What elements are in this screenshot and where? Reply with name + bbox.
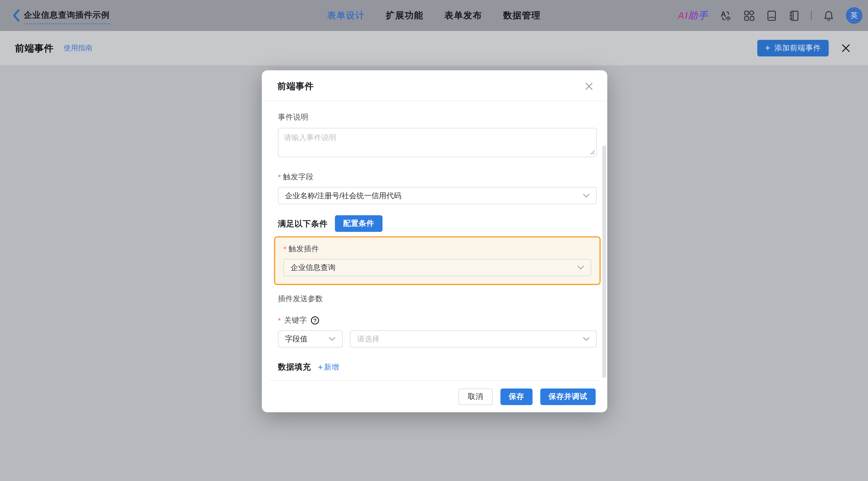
condition-text: 满足以下条件 [278, 218, 328, 229]
trigger-plugin-select[interactable]: 企业信息查询 [283, 259, 591, 276]
dialog-scrollbar-thumb[interactable] [602, 146, 606, 378]
keyword-type-value: 字段值 [285, 334, 324, 344]
top-navbar: 企业信息查询插件示例 表单设计 扩展功能 表单发布 数据管理 AI助手 A 中 [0, 0, 868, 31]
back-chevron-icon[interactable] [12, 9, 20, 22]
keyword-label: 关键字 [284, 315, 307, 325]
frontend-events-panel-header: 前端事件 使用指南 + 添加前端事件 [0, 31, 868, 65]
keyword-selects-row: 字段值 请选择 [278, 330, 597, 348]
condition-row: 满足以下条件 配置条件 [278, 215, 597, 232]
user-avatar[interactable]: 英 [846, 7, 863, 24]
trigger-field-value: 企业名称/注册号/社会统一信用代码 [285, 191, 579, 201]
data-fill-label: 数据填充 [278, 362, 311, 372]
cancel-button[interactable]: 取消 [458, 388, 493, 405]
dialog-title: 前端事件 [277, 81, 314, 93]
dialog-body: 事件说明 * 触发字段 企业名称/注册号/社会统一信用代码 满足以下条件 [262, 101, 607, 373]
svg-text:中: 中 [725, 15, 731, 21]
usage-guide-link[interactable]: 使用指南 [64, 43, 93, 53]
add-frontend-event-button[interactable]: + 添加前端事件 [757, 40, 829, 56]
book-icon[interactable] [767, 10, 777, 21]
event-desc-field [278, 128, 597, 159]
navbar-divider [811, 11, 812, 20]
chevron-down-icon [583, 337, 590, 341]
tab-form-design[interactable]: 表单设计 [327, 10, 365, 21]
keyword-value-placeholder: 请选择 [357, 334, 579, 344]
trigger-field-select[interactable]: 企业名称/注册号/社会统一信用代码 [278, 187, 597, 204]
required-mark: * [283, 245, 286, 253]
plugin-params-label: 插件发送参数 [278, 294, 597, 304]
apps-grid-icon[interactable] [744, 10, 754, 21]
dialog-close-icon[interactable] [585, 83, 593, 90]
svg-text:A: A [721, 10, 726, 18]
form-title[interactable]: 企业信息查询插件示例 [24, 10, 110, 24]
keyword-label-row: * 关键字 ? [278, 315, 597, 325]
save-button[interactable]: 保存 [500, 388, 533, 405]
chevron-down-icon [329, 337, 336, 341]
translate-icon[interactable]: A 中 [720, 10, 732, 21]
required-mark: * [278, 316, 281, 325]
bell-icon[interactable] [824, 10, 834, 21]
add-frontend-event-label: 添加前端事件 [774, 43, 821, 53]
trigger-plugin-highlight-box: * 触发插件 企业信息查询 [274, 236, 601, 285]
keyword-value-select[interactable]: 请选择 [350, 330, 597, 348]
dialog-footer: 取消 保存 保存并调试 [262, 381, 607, 412]
frontend-event-dialog: 前端事件 事件说明 * 触发字段 企业名称/注册号/社会统一信用代码 [262, 70, 607, 412]
help-icon[interactable]: ? [310, 316, 319, 325]
trigger-plugin-label-row: * 触发插件 [283, 244, 591, 254]
chevron-down-icon [578, 266, 584, 269]
tab-extensions[interactable]: 扩展功能 [386, 10, 424, 21]
trigger-field-label: 触发字段 [283, 172, 314, 182]
plus-icon: + [318, 363, 323, 372]
data-fill-add-link[interactable]: + 新增 [318, 362, 339, 372]
svg-text:?: ? [313, 318, 316, 323]
required-mark: * [278, 173, 281, 181]
event-desc-label: 事件说明 [278, 113, 597, 123]
data-fill-add-label: 新增 [324, 362, 339, 372]
panel-title: 前端事件 [15, 42, 54, 55]
trigger-plugin-value: 企业信息查询 [290, 263, 573, 273]
plus-icon: + [765, 43, 771, 53]
event-desc-textarea[interactable] [278, 128, 597, 157]
save-and-debug-button[interactable]: 保存并调试 [540, 388, 596, 405]
app-stage: 企业信息查询插件示例 表单设计 扩展功能 表单发布 数据管理 AI助手 A 中 [0, 0, 868, 481]
dialog-header: 前端事件 [262, 70, 607, 101]
ai-assistant-button[interactable]: AI助手 [678, 9, 708, 22]
keyword-type-select[interactable]: 字段值 [278, 330, 343, 348]
notebook-icon[interactable] [789, 10, 799, 21]
navbar-tabs: 表单设计 扩展功能 表单发布 数据管理 [327, 0, 541, 31]
data-fill-row: 数据填充 + 新增 [278, 362, 597, 372]
tab-form-publish[interactable]: 表单发布 [444, 10, 482, 21]
navbar-right: AI助手 A 中 [678, 0, 863, 31]
tab-data-manage[interactable]: 数据管理 [503, 10, 541, 21]
chevron-down-icon [583, 194, 590, 198]
panel-header-left: 前端事件 使用指南 [15, 31, 93, 65]
configure-condition-button[interactable]: 配置条件 [335, 215, 382, 232]
navbar-left: 企业信息查询插件示例 [12, 0, 110, 31]
trigger-plugin-label: 触发插件 [289, 244, 319, 254]
panel-close-icon[interactable] [841, 44, 850, 53]
trigger-field-label-row: * 触发字段 [278, 172, 597, 182]
